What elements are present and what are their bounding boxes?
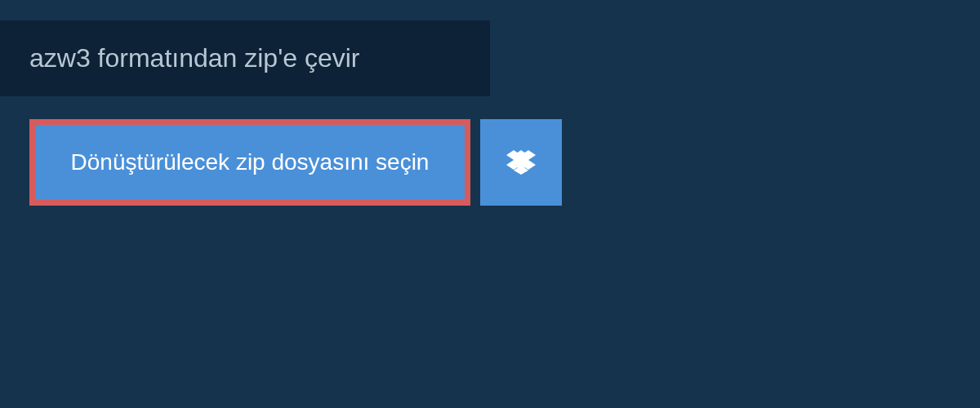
file-select-label: Dönüştürülecek zip dosyasını seçin [71,149,430,175]
action-row: Dönüştürülecek zip dosyasını seçin [29,119,951,206]
dropbox-icon [506,148,536,177]
title-text: azw3 formatından zip'e çevir [29,43,360,73]
dropbox-button[interactable] [480,119,562,206]
page-title: azw3 formatından zip'e çevir [0,20,490,96]
file-select-button[interactable]: Dönüştürülecek zip dosyasını seçin [29,119,470,206]
